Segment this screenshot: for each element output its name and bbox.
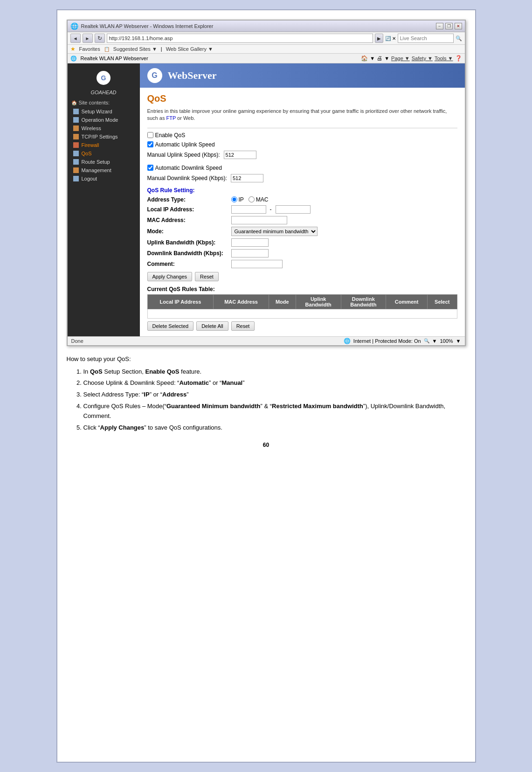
auto-uplink-label[interactable]: Automatic Uplink Speed [147,141,215,148]
bold-automatic: Automatic [179,379,209,386]
mode-row: Mode: Guaranteed minimum bandwidth Guara… [147,227,457,236]
web-slice-link[interactable]: Web Slice Gallery ▼ [166,46,213,52]
minimize-button[interactable]: − [436,23,443,29]
content-area: QoS Entries in this table improve your o… [140,88,465,336]
browser-title: 🌐 Realtek WLAN AP Webserver - Windows In… [70,22,214,30]
restore-button[interactable]: ❐ [445,23,453,29]
bold-enable-qos: Enable QoS [145,368,179,375]
downlink-bw-input[interactable] [231,249,269,257]
comment-input[interactable] [231,260,283,268]
zoom-dropdown-icon[interactable]: ▼ [456,338,461,344]
webserver-logo: G [147,68,162,83]
home-small-icon: 🏠 [71,100,77,105]
manual-uplink-input[interactable] [224,151,256,159]
address-bar[interactable]: http://192.168.1.1/home.asp [107,34,373,43]
delete-row: Delete Selected Delete All Reset [147,321,457,331]
radio-ip-text: IP [239,196,244,203]
browser-content: G GOAHEAD 🏠 Site contents: Setup Wizard … [68,63,465,336]
mac-address-label: MAC Address: [147,217,231,223]
radio-ip[interactable] [231,196,237,202]
browser-controls[interactable]: − ❐ ✕ [436,23,462,29]
refresh-button[interactable]: ↻ [95,34,105,43]
radio-mac-label[interactable]: MAC [249,196,269,203]
mac-address-row: MAC Address: [147,216,457,224]
favorites-link[interactable]: Favorites [79,46,100,52]
close-button[interactable]: ✕ [455,23,462,29]
manual-uplink-row: Manual Uplink Speed (Kbps): [147,151,457,159]
instruction-step-1: In QoS Setup Section, Enable QoS feature… [83,367,466,377]
forward-button[interactable]: ► [83,34,93,43]
sidebar-item-qos[interactable]: QoS [68,149,140,158]
tools-menu[interactable]: Tools ▼ [435,56,453,61]
browser-navbar: ◄ ► ↻ http://192.168.1.1/home.asp ▶ 🔄 ✕ … [68,32,465,45]
search-icon[interactable]: 🔍 [456,35,462,42]
radio-ip-label[interactable]: IP [231,196,244,203]
table-empty-cell [147,309,457,318]
setup-wizard-icon [73,109,79,114]
sidebar-item-wireless[interactable]: Wireless [68,124,140,132]
sidebar-item-label: QoS [82,151,92,156]
local-ip-input-1[interactable] [231,205,266,214]
sidebar-item-label: Logout [82,176,97,181]
address-type-label: Address Type: [147,196,231,203]
manual-downlink-label: Manual Downlink Speed (Kbps): [147,175,227,181]
sidebar-item-setup-wizard[interactable]: Setup Wizard [68,107,140,116]
th-downlink: DownlinkBandwidth [341,294,386,309]
enable-qos-label[interactable]: Enable QoS [147,132,186,139]
sidebar-item-tcpip[interactable]: TCP/IP Settings [68,132,140,141]
enable-qos-checkbox[interactable] [147,132,153,138]
back-button[interactable]: ◄ [70,34,81,43]
comment-label: Comment: [147,261,231,267]
mode-label: Mode: [147,228,231,235]
ftp-link[interactable]: FTP [166,115,176,121]
instruction-step-5: Click “Apply Changes” to save QoS config… [83,423,466,433]
uplink-bw-label: Uplink Bandwidth (Kbps): [147,239,231,246]
radio-mac[interactable] [249,196,255,202]
browser-toolbar: 🌐 Realtek WLAN AP Webserver 🏠 ▼ 🖨 ▼ Page… [68,54,465,63]
webserver-title: WebServer [168,70,217,82]
search-input[interactable] [398,34,454,43]
reset-button-1[interactable]: Reset [195,272,219,281]
auto-downlink-label[interactable]: Automatic Downlink Speed [147,165,222,171]
uplink-bw-row: Uplink Bandwidth (Kbps): [147,238,457,247]
go-button[interactable]: ▶ [375,34,383,43]
sidebar-item-firewall[interactable]: Firewall [68,141,140,149]
sidebar-item-label: Wireless [82,125,101,131]
page-menu[interactable]: Page ▼ [391,56,410,61]
address-type-radio-group: IP MAC [231,196,269,203]
th-uplink: UplinkBandwidth [296,294,341,309]
wireless-icon [73,125,79,131]
uplink-bw-input[interactable] [231,238,269,247]
page-tab-label: Realtek WLAN AP Webserver [81,56,148,61]
mac-address-input[interactable] [231,216,287,224]
manual-downlink-input[interactable] [231,174,263,182]
reset-button-2[interactable]: Reset [231,321,255,331]
radio-mac-text: MAC [256,196,269,203]
tcpip-icon [73,134,79,139]
apply-changes-button[interactable]: Apply Changes [147,272,193,281]
sidebar-item-operation-mode[interactable]: Operation Mode [68,116,140,124]
auto-uplink-checkbox[interactable] [147,141,153,147]
instructions: How to setup your QoS: In QoS Setup Sect… [67,355,466,433]
auto-downlink-checkbox[interactable] [147,165,153,171]
delete-all-button[interactable]: Delete All [196,321,228,331]
sidebar-item-management[interactable]: Management [68,166,140,174]
manual-uplink-label: Manual Uplink Speed (Kbps): [147,152,220,158]
instruction-step-3: Select Address Type: “IP” or “Address” [83,390,466,400]
suggested-sites-link[interactable]: Suggested Sites ▼ [113,46,157,52]
mode-select[interactable]: Guaranteed minimum bandwidth Guaranteed … [231,227,318,236]
page-title: QoS [147,93,457,104]
status-text: Done [71,338,83,344]
management-icon [73,167,79,173]
comment-row: Comment: [147,260,457,268]
safety-menu[interactable]: Safety ▼ [412,56,433,61]
instructions-list: In QoS Setup Section, Enable QoS feature… [83,367,466,433]
sidebar-item-route-setup[interactable]: Route Setup [68,158,140,166]
th-mac: MAC Address [214,294,269,309]
home-icon: 🏠 [361,55,368,62]
local-ip-input-2[interactable] [276,205,311,214]
local-ip-label: Local IP Address: [147,206,231,213]
delete-selected-button[interactable]: Delete Selected [147,321,194,331]
sidebar-item-logout[interactable]: Logout [68,174,140,183]
favorites-label: Favorites [79,46,100,52]
